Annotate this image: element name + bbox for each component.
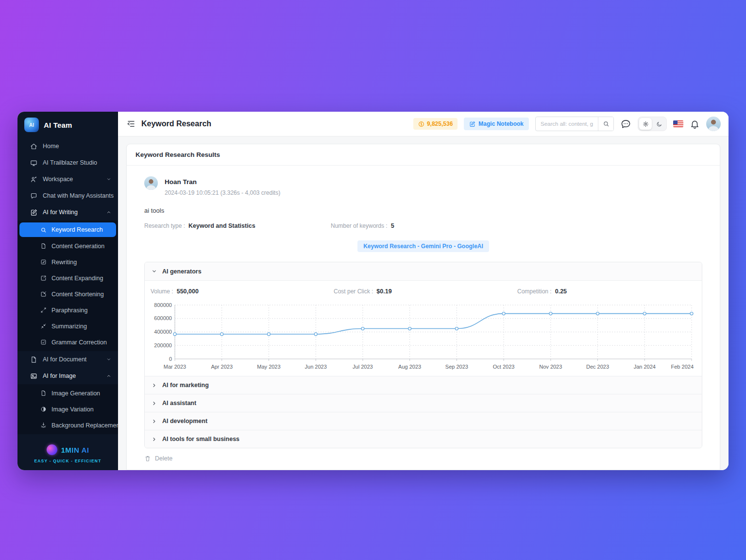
dark-mode-moon-icon[interactable] — [653, 118, 665, 130]
edit-icon — [469, 121, 475, 127]
sidebar-item-content-shortening[interactable]: Content Shortening — [17, 286, 118, 302]
cpc-value: $0.19 — [376, 288, 391, 295]
background-replace-icon — [40, 422, 47, 428]
user-avatar[interactable] — [706, 117, 721, 131]
sidebar-item-ai-for-writing[interactable]: AI for Writing — [17, 204, 118, 221]
svg-text:Jun 2023: Jun 2023 — [305, 364, 327, 370]
chevron-down-icon — [152, 269, 157, 274]
credits-count: 9,825,536 — [427, 120, 453, 127]
delete-button[interactable]: Delete — [144, 455, 172, 462]
keywords-accordion: AI generators Volume :550,000 Cost per C… — [144, 262, 702, 448]
accordion-header-ai-tools-for-small-business[interactable]: AI tools for small business — [145, 430, 702, 448]
sidebar-item-content-expanding[interactable]: Content Expanding — [17, 270, 118, 286]
sidebar-item-label: Content Shortening — [51, 291, 104, 298]
sidebar-item-label: AI Trailblazer Studio — [43, 159, 111, 166]
research-type-label: Research type : — [144, 222, 185, 229]
accordion-header-ai-generators[interactable]: AI generators — [145, 262, 702, 280]
global-search — [535, 117, 614, 131]
feedback-chat-icon[interactable] — [620, 119, 631, 130]
sidebar: AI AI Team Home AI Trailblazer Studio Wo… — [17, 112, 118, 470]
chevron-down-icon — [106, 357, 111, 362]
sidebar-item-rewriting[interactable]: Rewriting — [17, 254, 118, 270]
user-icon — [30, 176, 37, 183]
volume-label: Volume : — [151, 288, 173, 295]
competition-label: Competition : — [517, 288, 552, 295]
sidebar-item-label: Workspace — [43, 176, 101, 183]
light-mode-sun-icon[interactable] — [639, 118, 652, 130]
menu-fold-icon[interactable] — [127, 119, 136, 128]
svg-text:Jul 2023: Jul 2023 — [353, 364, 373, 370]
sidebar-item-keyword-research[interactable]: Keyword Research — [19, 222, 116, 237]
result-meta-row: Research type : Keyword and Statistics N… — [144, 222, 702, 229]
sidebar-item-label: Keyword Research — [51, 226, 103, 233]
sidebar-item-home[interactable]: Home — [17, 138, 118, 154]
competition-value: 0.25 — [555, 288, 567, 295]
sidebar-item-ai-for-document[interactable]: AI for Document — [17, 351, 118, 368]
footer-tagline: EASY - QUICK - EFFICIENT — [17, 458, 118, 463]
document-check-icon — [40, 339, 47, 345]
document-edit-icon — [40, 259, 47, 265]
chevron-up-icon — [106, 373, 111, 378]
keyword-count-label: Number of keywords : — [331, 222, 388, 229]
shrink-icon — [40, 291, 47, 297]
brand-name: AI Team — [44, 121, 72, 129]
search-icon[interactable] — [598, 117, 613, 131]
credits-badge[interactable]: 9,825,536 — [413, 118, 458, 130]
notifications-bell-icon[interactable] — [690, 119, 700, 129]
accordion-label: AI assistant — [162, 400, 196, 407]
sidebar-item-image-variation[interactable]: Image Variation — [17, 401, 118, 417]
chat-icon — [30, 192, 37, 200]
sidebar-item-label: Image Generation — [51, 390, 100, 397]
sidebar-item-chat-with-many-assistants[interactable]: Chat with Many Assistants — [17, 187, 118, 204]
svg-text:Oct 2023: Oct 2023 — [493, 364, 515, 370]
accordion-label: AI tools for small business — [162, 436, 239, 442]
result-timestamp: 2024-03-19 10:05:21 (3.326s - 4,003 cred… — [165, 189, 280, 196]
svg-text:Apr 2023: Apr 2023 — [211, 364, 233, 370]
svg-text:Mar 2023: Mar 2023 — [164, 364, 186, 370]
sidebar-item-label: Grammar Correction — [51, 339, 107, 346]
chevron-down-icon — [106, 177, 111, 182]
chevron-up-icon — [106, 210, 111, 215]
monitor-icon — [30, 159, 37, 167]
sidebar-item-background-replacement[interactable]: Background Replacement — [17, 417, 118, 433]
accordion-header-ai-development[interactable]: AI development — [145, 412, 702, 430]
search-input[interactable] — [536, 121, 598, 127]
sidebar-item-image-generation[interactable]: Image Generation — [17, 385, 118, 401]
contrast-icon — [40, 406, 47, 412]
trash-icon — [144, 455, 151, 462]
1min-ai-logo-icon — [47, 444, 57, 455]
page-title: Keyword Research — [141, 119, 211, 128]
result-author-row: Hoan Tran 2024-03-19 10:05:21 (3.326s - … — [144, 176, 702, 196]
accordion-label: AI development — [162, 418, 207, 424]
chevron-right-icon — [152, 401, 157, 406]
sidebar-item-content-generation[interactable]: Content Generation — [17, 238, 118, 254]
svg-text:Feb 2024: Feb 2024 — [671, 364, 694, 370]
writing-submenu: Keyword Research Content Generation Rewr… — [17, 221, 118, 351]
sidebar-item-summarizing[interactable]: Summarizing — [17, 318, 118, 334]
sidebar-item-label: AI for Document — [43, 356, 101, 363]
svg-text:Aug 2023: Aug 2023 — [398, 364, 421, 370]
content-area: Keyword Research Results Hoan Tran 2024-… — [118, 136, 729, 470]
magic-notebook-button[interactable]: Magic Notebook — [464, 118, 529, 130]
svg-text:200000: 200000 — [154, 342, 172, 348]
image-submenu: Image Generation Image Variation Backgro… — [17, 384, 118, 434]
accordion-header-ai-for-marketing[interactable]: AI for marketing — [145, 376, 702, 394]
svg-text:Sep 2023: Sep 2023 — [445, 364, 468, 370]
accordion-header-ai-assistant[interactable]: AI assistant — [145, 394, 702, 412]
sidebar-item-ai-trailblazer-studio[interactable]: AI Trailblazer Studio — [17, 154, 118, 171]
accordion-label: AI generators — [162, 268, 202, 275]
language-flag-us-icon[interactable] — [673, 120, 683, 127]
volume-value: 550,000 — [177, 288, 199, 295]
sidebar-item-grammar-correction[interactable]: Grammar Correction — [17, 334, 118, 350]
sidebar-footer: 1MIN AI EASY - QUICK - EFFICIENT — [17, 439, 118, 470]
sidebar-item-workspace[interactable]: Workspace — [17, 171, 118, 187]
chevron-right-icon — [152, 437, 157, 442]
sidebar-item-label: Background Replacement — [51, 422, 121, 429]
svg-text:400000: 400000 — [154, 329, 172, 335]
app-window: AI AI Team Home AI Trailblazer Studio Wo… — [17, 112, 729, 470]
sidebar-item-ai-for-image[interactable]: AI for Image — [17, 368, 118, 384]
author-name: Hoan Tran — [165, 176, 280, 186]
sidebar-item-paraphrasing[interactable]: Paraphrasing — [17, 302, 118, 318]
volume-line-chart: 0200000400000600000800000Mar 2023Apr 202… — [151, 301, 696, 372]
model-badge[interactable]: Keyword Research - Gemini Pro - GoogleAI — [357, 240, 489, 252]
